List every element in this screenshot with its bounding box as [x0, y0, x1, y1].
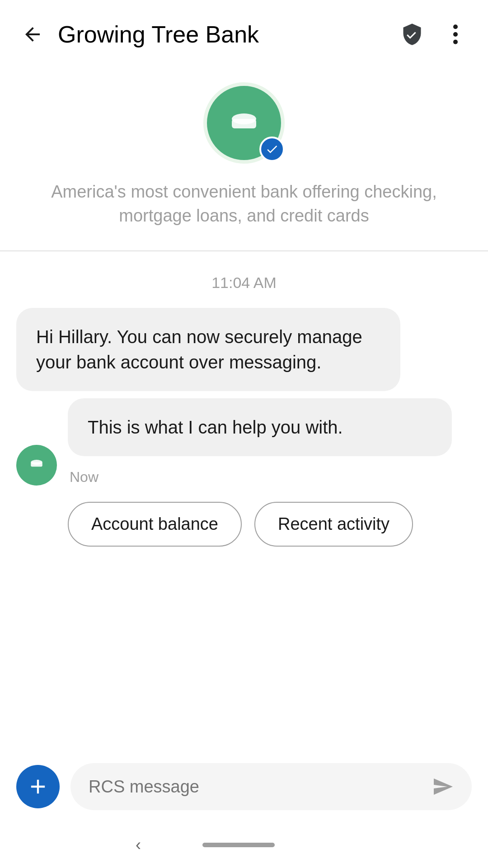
bank-logo-icon: [224, 103, 264, 143]
message-bot-row-2: This is what I can help you with. Now: [16, 398, 472, 486]
svg-point-2: [453, 40, 458, 44]
bot-avatar: [16, 445, 57, 486]
send-button[interactable]: [432, 776, 454, 797]
message-input-wrapper: [70, 763, 472, 810]
svg-rect-6: [31, 462, 42, 467]
back-button[interactable]: [16, 18, 49, 51]
profile-avatar-wrapper: [203, 82, 285, 164]
nav-back-button[interactable]: ‹: [136, 835, 141, 854]
message-timestamp: 11:04 AM: [16, 274, 472, 292]
svg-point-1: [453, 32, 458, 37]
quick-replies: Account balance Recent activity: [16, 502, 472, 547]
add-button[interactable]: [16, 765, 60, 808]
bot-avatar-icon: [26, 454, 47, 476]
input-area: [0, 750, 488, 828]
back-arrow-icon: [22, 24, 43, 45]
shield-button[interactable]: [396, 18, 428, 51]
shield-check-icon: [400, 23, 424, 46]
page-title: Growing Tree Bank: [58, 21, 396, 48]
profile-section: America's most convenient bank offering …: [0, 64, 488, 250]
more-options-button[interactable]: [439, 18, 472, 51]
messages-container: Hi Hillary. You can now securely manage …: [16, 308, 472, 486]
svg-rect-4: [232, 119, 256, 128]
add-icon: [26, 775, 50, 798]
home-indicator[interactable]: [202, 843, 275, 847]
chat-area: 11:04 AM Hi Hillary. You can now securel…: [0, 251, 488, 750]
more-vertical-icon: [453, 23, 458, 46]
message-bubble-1: Hi Hillary. You can now securely manage …: [16, 308, 400, 391]
message-status: Now: [70, 469, 472, 486]
message-bubble-2: This is what I can help you with.: [68, 398, 452, 456]
verified-check-icon: [265, 142, 279, 156]
message-input[interactable]: [89, 777, 432, 797]
svg-point-0: [453, 24, 458, 29]
messages-stack: This is what I can help you with. Now: [68, 398, 472, 486]
verified-badge: [259, 137, 285, 162]
profile-description: America's most convenient bank offering …: [27, 180, 461, 228]
message-text-1: Hi Hillary. You can now securely manage …: [36, 327, 362, 372]
send-icon: [432, 776, 454, 797]
header-actions: [396, 18, 472, 51]
header: Growing Tree Bank: [0, 0, 488, 64]
recent-activity-button[interactable]: Recent activity: [254, 502, 413, 547]
message-text-2: This is what I can help you with.: [88, 417, 343, 437]
navigation-bar: ‹: [0, 828, 488, 868]
account-balance-button[interactable]: Account balance: [68, 502, 242, 547]
message-bubble-1-wrapper: Hi Hillary. You can now securely manage …: [16, 308, 472, 391]
